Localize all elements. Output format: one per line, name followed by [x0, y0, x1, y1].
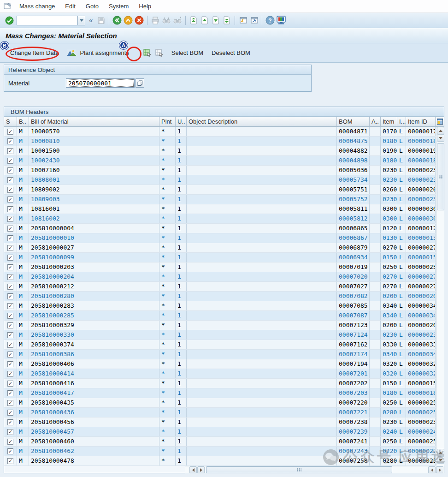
table-row[interactable]: ✓M205810000478*1000072580280L00000025 — [4, 456, 436, 466]
row-select-checkbox[interactable]: ✓ — [4, 127, 17, 136]
horizontal-scrollbar[interactable] — [185, 466, 444, 473]
row-select-checkbox[interactable]: ✓ — [4, 350, 17, 359]
row-select-checkbox[interactable]: ✓ — [4, 340, 17, 349]
menu-item-system[interactable]: System — [109, 3, 129, 10]
column-header-s[interactable]: S — [4, 117, 17, 127]
window-control-icon[interactable] — [4, 3, 13, 10]
table-row[interactable]: ✓M205810000204*1000070200270L00000027 — [4, 272, 436, 282]
row-select-checkbox[interactable]: ✓ — [4, 262, 17, 272]
scroll-left-icon[interactable] — [189, 466, 197, 473]
change-item-data-button[interactable]: Change Item Data — [9, 48, 60, 58]
column-header-plnt[interactable]: Plnt — [159, 117, 176, 127]
table-row[interactable]: ✓M205810000414*1000072010320L00000032 — [4, 369, 436, 379]
table-row[interactable]: ✓M205810000435*1000072200250L00000025 — [4, 398, 436, 408]
scroll-up-icon[interactable] — [437, 127, 444, 134]
row-select-checkbox[interactable]: ✓ — [4, 253, 17, 262]
cancel-icon[interactable] — [134, 15, 145, 26]
row-select-checkbox[interactable]: ✓ — [4, 456, 17, 465]
row-select-checkbox[interactable]: ✓ — [4, 204, 17, 214]
vertical-scrollbar[interactable] — [436, 127, 444, 465]
last-page-icon[interactable] — [221, 15, 232, 26]
column-header-objectdescription[interactable]: Object Description — [187, 117, 337, 127]
row-select-checkbox[interactable]: ✓ — [4, 311, 17, 320]
scroll-left-end-icon[interactable] — [428, 466, 436, 473]
material-input[interactable] — [66, 78, 135, 88]
find-next-icon[interactable] — [172, 15, 183, 26]
row-select-checkbox[interactable]: ✓ — [4, 156, 17, 165]
horizontal-scroll-thumb[interactable] — [206, 466, 392, 473]
table-row[interactable]: ✓M10816002*1000058120300L00000030 — [4, 214, 436, 224]
table-row[interactable]: ✓M205810000417*1000072030180L00000018 — [4, 388, 436, 398]
row-select-checkbox[interactable]: ✓ — [4, 301, 17, 310]
row-select-checkbox[interactable]: ✓ — [4, 146, 17, 155]
row-select-checkbox[interactable]: ✓ — [4, 417, 17, 427]
table-row[interactable]: ✓M205810000416*1000072020150L00000015 — [4, 379, 436, 388]
table-row[interactable]: ✓M205810000330*1000071240230L00000023 — [4, 330, 436, 340]
table-row[interactable]: ✓M205810000280*1000070820200L00000020 — [4, 292, 436, 301]
table-row[interactable]: ✓M10816001*1000058110300L00000030 — [4, 204, 436, 214]
deselect-bom-button[interactable]: Deselect BOM — [211, 48, 251, 58]
table-row[interactable]: ✓M10000570*1000048710170L00000017 — [4, 127, 436, 137]
row-select-checkbox[interactable]: ✓ — [4, 195, 17, 204]
table-row[interactable]: ✓M205810000374*1000071620330L00000033 — [4, 340, 436, 350]
table-row[interactable]: ✓M205810000386*1000071740340L00000034 — [4, 350, 436, 359]
menu-item-edit[interactable]: Edit — [65, 3, 75, 10]
vertical-scroll-thumb[interactable] — [437, 143, 444, 210]
page-up-icon[interactable] — [199, 15, 210, 26]
row-select-checkbox[interactable]: ✓ — [4, 185, 17, 194]
table-row[interactable]: ✓M10001500*1000048820190L00000019 — [4, 146, 436, 156]
column-header-itemid[interactable]: Item ID — [406, 117, 436, 127]
row-select-checkbox[interactable]: ✓ — [4, 166, 17, 175]
table-row[interactable]: ✓M10809003*1000057520230L00000023 — [4, 195, 436, 204]
row-select-checkbox[interactable]: ✓ — [4, 427, 17, 436]
row-select-checkbox[interactable]: ✓ — [4, 398, 17, 407]
table-row[interactable]: ✓M205810000212*1000070270270L00000027 — [4, 282, 436, 292]
column-header-bom[interactable]: BOM — [337, 117, 370, 127]
menu-item-goto[interactable]: Goto — [86, 3, 99, 10]
create-shortcut-icon[interactable] — [248, 15, 259, 26]
scroll-down-icon[interactable] — [437, 134, 444, 142]
print-icon[interactable] — [150, 15, 161, 26]
enter-check-icon[interactable] — [4, 15, 15, 26]
row-select-checkbox[interactable]: ✓ — [4, 214, 17, 223]
row-select-checkbox[interactable]: ✓ — [4, 224, 17, 233]
column-header-item[interactable]: Item — [381, 117, 397, 127]
table-row[interactable]: ✓M10007160*1000050360230L00000023 — [4, 166, 436, 175]
table-row[interactable]: ✓M205810000462*1000072430220L00000022 — [4, 447, 436, 456]
exit-icon[interactable] — [123, 15, 134, 26]
menu-item-help[interactable]: Help — [139, 3, 151, 10]
scroll-up-bottom-icon[interactable] — [437, 449, 444, 456]
table-row[interactable]: ✓M205810000436*1000072210280L00000025 — [4, 408, 436, 417]
select-all-icon[interactable] — [143, 49, 152, 57]
deselect-all-icon[interactable] — [155, 49, 164, 57]
table-row[interactable]: ✓M205810000457*1000072390240L00000024 — [4, 427, 436, 437]
row-select-checkbox[interactable]: ✓ — [4, 233, 17, 243]
first-page-icon[interactable] — [188, 15, 199, 26]
command-field[interactable] — [17, 16, 77, 25]
table-row[interactable]: ✓M205810000329*1000071230200L00000020 — [4, 321, 436, 330]
column-header-a[interactable]: A.. — [370, 117, 381, 127]
row-select-checkbox[interactable]: ✓ — [4, 272, 17, 281]
save-icon[interactable] — [95, 15, 106, 26]
new-session-icon[interactable] — [237, 15, 248, 26]
table-row[interactable]: ✓M205810000283*1000070850340L00000034 — [4, 301, 436, 311]
row-select-checkbox[interactable]: ✓ — [4, 379, 17, 388]
help-icon[interactable]: ? — [265, 15, 276, 26]
row-select-checkbox[interactable]: ✓ — [4, 292, 17, 301]
row-select-checkbox[interactable]: ✓ — [4, 282, 17, 291]
row-select-checkbox[interactable]: ✓ — [4, 175, 17, 185]
row-select-checkbox[interactable]: ✓ — [4, 321, 17, 330]
scroll-right-icon[interactable] — [197, 466, 205, 473]
row-select-checkbox[interactable]: ✓ — [4, 447, 17, 456]
back-icon[interactable] — [112, 15, 123, 26]
table-row[interactable]: ✓M10808001*1000057340230L00000023 — [4, 175, 436, 185]
scroll-down-bottom-icon[interactable] — [437, 456, 444, 464]
multiple-selection-icon[interactable] — [136, 78, 144, 88]
table-row[interactable]: ✓M205810000004*1000068650120L00000012 — [4, 224, 436, 233]
dropdown-icon[interactable] — [77, 16, 85, 25]
row-select-checkbox[interactable]: ✓ — [4, 243, 17, 252]
menu-item-mass-change[interactable]: Mass change — [19, 3, 55, 10]
collapse-icon[interactable]: « — [89, 16, 93, 24]
plant-assignments-button[interactable]: Plant assignments — [79, 48, 130, 58]
row-select-checkbox[interactable]: ✓ — [4, 369, 17, 378]
